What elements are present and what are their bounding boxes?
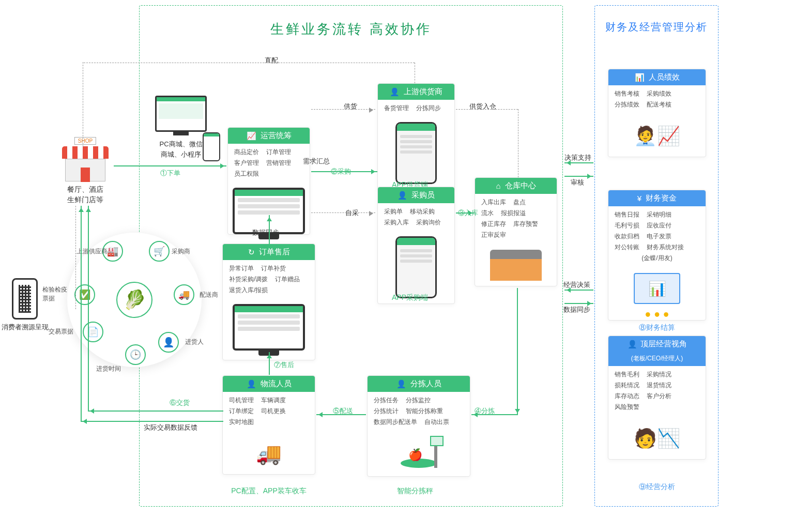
- label-supplyin: 供货入仓: [469, 102, 496, 111]
- label-bizdec: 经营决策: [563, 280, 590, 290]
- card-title: 采购员: [411, 190, 435, 200]
- card-subtitle: (老板/CEO/经理人): [631, 354, 683, 363]
- circle-node-icon: ✅: [74, 284, 95, 305]
- arrow-feedback-h: [81, 421, 223, 422]
- arrow-sort: [471, 414, 518, 415]
- scale-icon: 🍎: [398, 436, 439, 472]
- arrow-audit: [564, 176, 593, 177]
- card-buyer: 👤采购员 采购单移动采购 采购入库采购询价: [377, 187, 455, 304]
- circle-node-icon: 🕒: [125, 344, 146, 365]
- label-sync: 数据同步: [252, 228, 279, 237]
- label-order: ①下单: [160, 169, 180, 178]
- arrow-after: [269, 352, 270, 375]
- card-head: 📊人员绩效: [608, 69, 706, 85]
- card-supplier: 👤上游供货商 备货管理分拣同步: [377, 83, 455, 190]
- card-head: 👤采购员: [378, 187, 454, 203]
- arrow-purchase: [311, 171, 377, 172]
- card-body: 采购单移动采购 采购入库采购询价: [378, 203, 454, 233]
- arrow-bizdec: [564, 290, 593, 291]
- pc-mock-icon: [233, 304, 305, 351]
- arrow-order: [114, 165, 226, 166]
- trace-circle: 🏭 上游供应商 🛒 采购商 🚚 配送商 👤 进货人 🕒 进货时间 📄 交易票据 …: [67, 233, 202, 367]
- analysis-icon: 🧑📉: [608, 418, 706, 459]
- qr-phone-icon: [12, 278, 38, 320]
- card-topview: 👤顶层经营视角 (老板/CEO/经理人) 销售毛利采购情况 损耗情况退货情况 库…: [608, 336, 706, 460]
- card-title: 物流人员: [261, 379, 292, 389]
- card-title: 人员绩效: [649, 72, 680, 82]
- card-body: 销售毛利采购情况 损耗情况退货情况 库存动态客户分析 风险预警: [608, 366, 706, 418]
- main-title: 生鲜业务流转 高效协作: [270, 20, 431, 38]
- shop-body-icon: [65, 159, 105, 181]
- card-body: 备货管理分拣同步: [378, 100, 454, 119]
- main-flow-panel: 生鲜业务流转 高效协作 直配 📈运营统筹 商品定价订单管理 客户管理营销管理 员…: [139, 5, 563, 507]
- label-feedback: 实际交易数据反馈: [144, 423, 197, 432]
- circle-label: 采购商: [172, 247, 190, 256]
- circle-center-icon: [116, 282, 152, 318]
- right-title: 财务及经营管理分析: [605, 20, 708, 34]
- minipc-icon: [155, 96, 207, 132]
- card-title: 仓库中心: [505, 181, 536, 191]
- card-body: 销售考核采购绩效 分拣绩效配送考核: [608, 85, 706, 115]
- circle-label: 进货人: [185, 338, 204, 346]
- dash-supplyin-v: [518, 109, 518, 177]
- card-finance: ¥财务资金 销售日报采销明细 毛利亏损应收应付 收款归档电子发票 对公转账财务系…: [608, 190, 706, 321]
- card-operations-head: 📈运营统筹: [228, 128, 310, 144]
- circle-label: 交易票据: [49, 327, 73, 336]
- circle-node-icon: 🚚: [174, 284, 194, 305]
- label-sync2: 数据同步: [563, 305, 590, 314]
- pc-mall-illustration: PC商城、微信 商城、小程序: [145, 96, 217, 159]
- card-title: 财务资金: [646, 193, 677, 203]
- card-performance: 📊人员绩效 销售考核采购绩效 分拣绩效配送考核 🧑‍💼📈: [608, 69, 706, 157]
- arrow-sync2: [564, 303, 593, 304]
- qr-label: 消费者溯源呈现: [0, 323, 50, 332]
- circle-label: 检验检疫 票据: [42, 285, 67, 303]
- card-body: 异常订单订单补货 补货采购/调拨订单赠品 退货入库/报损: [223, 260, 315, 301]
- card-body: 司机管理车辆调度 订单绑定司机更换 实时地图: [223, 392, 315, 433]
- right-panel: 财务及经营管理分析 📊人员绩效 销售考核采购绩效 分拣绩效配送考核 🧑‍💼📈 ¥…: [594, 5, 719, 507]
- label-after: ⑦售后: [274, 360, 294, 370]
- dash-direct-h: [84, 63, 415, 63]
- card-title: 运营统筹: [261, 131, 292, 141]
- dash-supply: [311, 109, 375, 110]
- circle-node-icon: 📄: [83, 322, 103, 342]
- card-aftersale: ↻订单售后 异常订单订单补货 补货采购/调拨订单赠品 退货入库/报损: [222, 244, 315, 360]
- card-head: 👤顶层经营视角 (老板/CEO/经理人): [608, 336, 706, 366]
- truck-icon: 🚚: [223, 433, 315, 474]
- caption-logistics: PC配置、APP装车收车: [220, 487, 318, 496]
- phone-mock-icon: [395, 122, 437, 184]
- arrow-decision: [564, 162, 593, 163]
- arrow-sort-v: [517, 288, 518, 415]
- card-title: 分拣人员: [410, 379, 441, 389]
- label-supply: 供货: [344, 102, 357, 111]
- card-body: 销售日报采销明细 毛利亏损应收应付 收款归档电子发票 对公转账财务系统对接 (金…: [608, 206, 706, 269]
- card-warehouse: ⌂仓库中心 入库出库盘点 流水报损报溢 修正库存库存预警 正审反审: [475, 177, 557, 286]
- dash-direct-v: [415, 63, 415, 83]
- arrow-instore: [456, 212, 475, 214]
- label-handover: ⑥交货: [170, 398, 190, 407]
- miniphone-icon: [203, 132, 220, 161]
- circle-label: 进货时间: [96, 364, 121, 373]
- shop-illustration: 餐厅、酒店 生鲜门店等: [57, 146, 114, 205]
- circle-node-icon: 🛒: [149, 241, 170, 262]
- dash-self: [311, 212, 375, 213]
- card-head: 👤物流人员: [223, 376, 315, 392]
- coins-icon: ● ● ●: [608, 308, 706, 320]
- label-demand: 需求汇总: [303, 157, 330, 166]
- person-chart-icon: 🧑‍💼📈: [608, 115, 706, 157]
- card-title: 订单售后: [259, 247, 290, 257]
- caption-buyer: APP采购端: [392, 293, 428, 302]
- caption-sorter: 智能分拣秤: [397, 487, 433, 496]
- card-head: ¥财务资金: [608, 190, 706, 206]
- laptop-icon: [634, 273, 680, 304]
- arrow-deliver: [316, 414, 366, 415]
- card-sorter: 👤分拣人员 分拣任务分拣监控 分拣统计智能分拣称重 数据同步配送单自动出票 🍎: [367, 375, 470, 477]
- shop-roof-icon: [62, 146, 109, 159]
- phone-mock-icon: [395, 236, 437, 298]
- card-head: ↻订单售后: [223, 244, 315, 260]
- card-operations-body: 商品定价订单管理 客户管理营销管理 员工权限: [228, 144, 310, 185]
- circle-label: 配送商: [200, 291, 218, 299]
- circle-node-icon: 👤: [158, 332, 179, 353]
- shop-label: 餐厅、酒店 生鲜门店等: [57, 185, 114, 205]
- caption-analysis: ⑨经营分析: [639, 482, 675, 492]
- card-title: 上游供货商: [404, 87, 442, 97]
